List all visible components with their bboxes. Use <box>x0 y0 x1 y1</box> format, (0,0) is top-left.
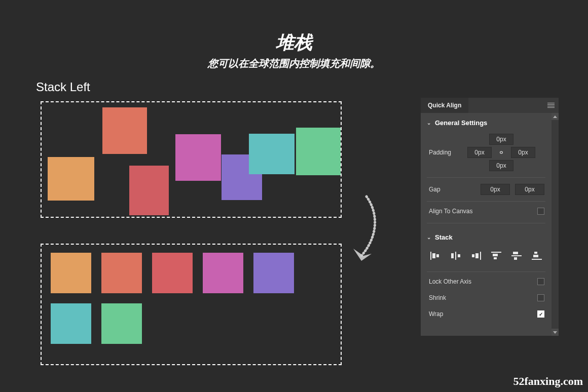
scroll-up-icon[interactable] <box>552 113 559 120</box>
wrap-checkbox[interactable]: ✓ <box>537 310 544 318</box>
align-to-canvas-checkbox[interactable] <box>537 208 544 215</box>
lock-axis-row: Lock Other Axis <box>421 276 552 287</box>
section-title-general: General Settings <box>435 119 487 127</box>
quick-align-panel: Quick Align ⌄ General Settings Padding 0… <box>421 98 559 336</box>
align-to-canvas-row: Align To Canvas <box>421 206 552 217</box>
align-to-canvas-label: Align To Canvas <box>429 208 473 215</box>
scroll-down-icon[interactable] <box>552 329 559 336</box>
stack-left-icon[interactable] <box>430 251 441 260</box>
svg-rect-4 <box>455 252 456 260</box>
svg-rect-10 <box>493 254 498 256</box>
svg-rect-14 <box>514 257 517 260</box>
svg-rect-11 <box>494 257 497 259</box>
panel-menu-icon[interactable] <box>547 103 555 108</box>
shape-layer[interactable] <box>129 166 169 215</box>
panel-header: Quick Align <box>421 98 559 113</box>
shrink-row: Shrink <box>421 292 552 303</box>
padding-row: Padding 0px 0px 0px 0px <box>421 132 552 173</box>
shape-layer[interactable] <box>296 128 341 175</box>
gap-h-input[interactable]: 0px <box>481 184 510 195</box>
section-header-general[interactable]: ⌄ General Settings <box>421 113 552 132</box>
watermark: 52fanxing.com <box>513 375 583 388</box>
shape-layer[interactable] <box>51 253 91 293</box>
padding-control: 0px 0px 0px 0px <box>458 134 544 171</box>
shape-layer[interactable] <box>102 107 147 154</box>
pad-bottom-input[interactable]: 0px <box>489 160 513 171</box>
stack-icons-row <box>421 246 552 267</box>
shape-layer[interactable] <box>101 253 142 293</box>
pad-right-input[interactable]: 0px <box>511 147 535 158</box>
section-title-stack: Stack <box>435 233 453 241</box>
shape-layer[interactable] <box>101 303 142 344</box>
link-icon[interactable] <box>495 150 508 155</box>
lock-axis-checkbox[interactable] <box>537 278 544 285</box>
svg-rect-6 <box>472 254 474 257</box>
shape-layer[interactable] <box>249 134 295 174</box>
shape-layer[interactable] <box>48 157 94 201</box>
section-title: Stack Left <box>36 80 90 94</box>
divider <box>427 201 545 202</box>
wrap-row: Wrap ✓ <box>421 308 552 320</box>
page-subtitle: 您可以在全球范围内控制填充和间隙。 <box>0 57 588 70</box>
shrink-checkbox[interactable] <box>537 294 544 301</box>
stack-top-icon[interactable] <box>491 251 502 260</box>
divider <box>427 271 545 272</box>
panel-body: ⌄ General Settings Padding 0px 0px 0px 0… <box>421 113 559 336</box>
wrap-label: Wrap <box>429 310 443 318</box>
stack-vcenter-icon[interactable] <box>511 251 522 260</box>
shape-layer[interactable] <box>175 134 221 181</box>
shape-layer[interactable] <box>51 303 91 344</box>
padding-label: Padding <box>429 149 458 156</box>
stack-hcenter-icon[interactable] <box>450 251 461 260</box>
svg-rect-17 <box>532 259 542 260</box>
shrink-label: Shrink <box>429 294 446 301</box>
shape-layer[interactable] <box>253 253 294 293</box>
svg-rect-7 <box>475 253 479 258</box>
chevron-down-icon: ⌄ <box>427 120 431 126</box>
page-title: 堆栈 <box>0 30 588 55</box>
divider <box>427 223 545 223</box>
section-header-stack[interactable]: ⌄ Stack <box>421 227 552 246</box>
stack-right-icon[interactable] <box>470 251 482 260</box>
svg-rect-12 <box>513 252 518 254</box>
shape-layer[interactable] <box>152 253 193 293</box>
gap-label: Gap <box>429 186 458 193</box>
svg-rect-16 <box>533 255 538 257</box>
svg-rect-0 <box>430 252 431 260</box>
stack-bottom-icon[interactable] <box>531 251 542 260</box>
pad-left-input[interactable]: 0px <box>467 147 492 158</box>
svg-rect-5 <box>458 254 460 257</box>
svg-rect-15 <box>534 252 537 254</box>
shape-layer[interactable] <box>203 253 243 293</box>
lock-axis-label: Lock Other Axis <box>429 278 471 285</box>
svg-rect-9 <box>491 252 501 253</box>
svg-rect-1 <box>432 253 435 258</box>
arrow-icon <box>346 194 382 270</box>
gap-row: Gap 0px 0px <box>421 182 552 197</box>
svg-rect-8 <box>480 252 481 260</box>
pad-top-input[interactable]: 0px <box>489 134 513 145</box>
svg-rect-2 <box>436 254 439 257</box>
divider <box>427 177 545 178</box>
chevron-down-icon: ⌄ <box>427 234 431 240</box>
panel-scrollbar[interactable] <box>552 113 559 336</box>
svg-rect-3 <box>451 253 454 258</box>
svg-rect-13 <box>511 255 522 256</box>
gap-v-input[interactable]: 0px <box>515 184 544 195</box>
panel-tab[interactable]: Quick Align <box>421 98 468 113</box>
